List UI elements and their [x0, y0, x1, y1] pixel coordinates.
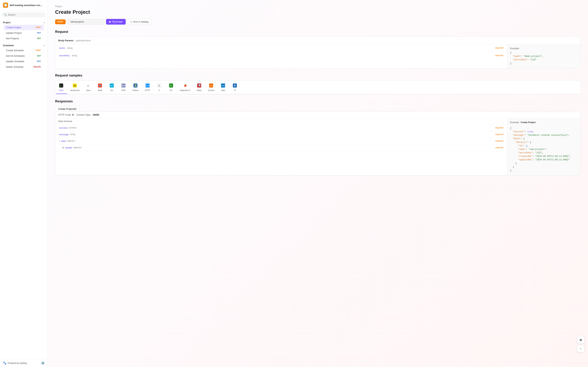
endpoint-bar: POST /dev/projects ▶ Try it out ▷ Run in…	[55, 19, 581, 25]
lang-tab-ruby[interactable]: 💎 Ruby	[193, 82, 205, 94]
svg-text:PHP: PHP	[122, 85, 125, 87]
lang-tab-go[interactable]: GO Go	[106, 82, 118, 94]
http-code-label: HTTP Code:	[58, 113, 71, 116]
chevron-down-icon: ▾	[44, 22, 45, 24]
lang-tab-shell[interactable]: $_ Shell	[55, 82, 67, 94]
lang-tab-c-label: C	[159, 89, 160, 91]
details-expand-icon[interactable]: ▶	[63, 146, 64, 149]
sidebar-item-get-projects[interactable]: Get Projects GET	[4, 36, 44, 41]
param-secretkey-required: required	[495, 54, 503, 57]
lang-tab-python[interactable]: 🐍 Python	[129, 82, 141, 94]
lang-tab-ocaml[interactable]: OCaml OCaml	[205, 82, 217, 94]
grid-icon-button[interactable]: ⊞	[577, 336, 584, 343]
schema-data-required: required	[495, 140, 503, 142]
lang-tab-http[interactable]: HTTP HTTP	[142, 82, 153, 94]
lang-tab-csharp[interactable]: C# C#	[165, 82, 177, 94]
response-meta: HTTP Code: 0 Content Type : JSON	[55, 112, 580, 118]
sidebar-section-schedules-label: Schedules	[3, 44, 14, 47]
lang-tab-swift-label: Swift	[98, 89, 102, 91]
lang-tab-javascript-label: JavaScript	[70, 89, 79, 91]
breadcrumb: Project	[55, 5, 581, 8]
schema-field-message: message	[59, 133, 69, 136]
svg-text:GO: GO	[110, 85, 113, 87]
run-in-apidog-button[interactable]: ▷ Run in Apidog	[128, 19, 152, 25]
lang-tab-c[interactable]: C C	[153, 82, 165, 94]
param-name-field: name	[59, 47, 65, 49]
settings-icon[interactable]: ⚙️	[41, 361, 45, 365]
example-create-sub-label: Create Project	[520, 121, 536, 125]
create-project-response-tab[interactable]: Create Project(0)	[55, 106, 79, 112]
param-name-required: required	[495, 47, 503, 49]
param-row-name: name string required	[55, 44, 507, 52]
lang-tab-r[interactable]: R R	[229, 82, 241, 94]
java-icon: ☕	[86, 83, 90, 88]
footer-brand-icon: 🐾	[3, 361, 7, 365]
params-col: name string required secretKey string re…	[55, 44, 507, 68]
responses-area: Create Project(0) HTTP Code: 0 Content T…	[55, 106, 581, 175]
float-buttons: ⊞ ↑	[577, 336, 584, 352]
sidebar-section-schedules-header[interactable]: Schedules ▾	[3, 43, 45, 48]
method-badge: POST	[55, 19, 66, 24]
schema-field-success: success	[59, 126, 68, 129]
schema-field-details-count: (5)	[79, 146, 82, 149]
search-box[interactable]: 🔍	[2, 12, 45, 17]
c-icon: C	[157, 83, 161, 88]
shell-icon: $_	[59, 83, 63, 88]
schema-row-message: message string required	[55, 131, 507, 138]
ocaml-icon: OCaml	[209, 83, 213, 88]
lang-tab-javascript[interactable]: JS JavaScript	[67, 82, 82, 94]
sidebar-item-update-schedule[interactable]: Update Schedule PUT	[4, 59, 44, 64]
lang-tab-objectivec-label: Objective-C	[180, 89, 190, 91]
lang-tab-objectivec[interactable]: 🍎 Objective-C	[177, 82, 193, 94]
lang-tab-swift[interactable]: 🐦 Swift	[94, 82, 106, 94]
svg-text:💎: 💎	[198, 84, 201, 87]
svg-text:$_: $_	[60, 85, 62, 87]
example-create-label: Example	[510, 121, 519, 124]
body-params-tab[interactable]: Body Params	[58, 39, 73, 42]
http-icon: HTTP	[146, 83, 150, 88]
svg-text:🐍: 🐍	[134, 84, 137, 87]
schema-field-success-type: boolean	[69, 126, 77, 129]
http-code-value: 0	[72, 113, 73, 116]
sidebar-item-create-schedule[interactable]: Create Schedule POST	[4, 48, 44, 53]
data-expand-icon[interactable]: ▾	[59, 140, 60, 142]
sidebar-item-delete-schedule-badge: DELETE	[33, 66, 42, 68]
sidebar-item-get-all-schedules[interactable]: Get All Schedules GET	[4, 53, 44, 58]
content-type-value: JSON	[93, 113, 99, 116]
lang-tab-java[interactable]: ☕ Java	[82, 82, 94, 94]
sidebar-item-update-project[interactable]: Update Project PUT	[4, 30, 44, 36]
lang-tab-dart[interactable]: Dart Dart	[217, 82, 229, 94]
sidebar-item-create-schedule-badge: POST	[35, 49, 42, 51]
request-samples-title: Request samples	[55, 74, 581, 77]
response-panel: HTTP Code: 0 Content Type : JSON Data Sc…	[55, 111, 581, 175]
params-example-grid: name string required secretKey string re…	[55, 44, 580, 68]
try-it-out-button[interactable]: ▶ Try it out	[106, 19, 126, 25]
lang-tab-csharp-label: C#	[170, 89, 172, 91]
sidebar: 🕐 Self hosting serverless cron... 🔍 Proj…	[0, 0, 48, 367]
content-type-label: application/json	[76, 39, 91, 42]
scroll-top-button[interactable]: ↑	[577, 345, 584, 352]
sidebar-item-update-project-label: Update Project	[6, 32, 22, 34]
lang-tab-php[interactable]: PHP PHP	[118, 82, 129, 94]
footer-brand-label: Powered by Apidog	[8, 362, 27, 364]
responses-section-title: Responses	[55, 100, 581, 103]
sidebar-item-get-projects-badge: GET	[36, 37, 42, 40]
sidebar-item-delete-schedule[interactable]: Delete Schedule DELETE	[4, 64, 44, 70]
schema-field-details: details	[65, 146, 72, 149]
sidebar-header: 🕐 Self hosting serverless cron...	[0, 0, 48, 10]
csharp-icon: C#	[169, 83, 173, 88]
request-samples-panel: $_ Shell JS JavaScript ☕ Java 🐦	[55, 80, 581, 94]
data-schema-label: Data Schema	[58, 120, 72, 123]
request-panel: Body Params application/json name string…	[55, 37, 581, 68]
play-icon: ▶	[109, 20, 111, 23]
svg-text:🍎: 🍎	[184, 84, 187, 87]
param-row-secretkey: secretKey string required	[55, 52, 507, 59]
search-input[interactable]	[8, 13, 43, 16]
javascript-icon: JS	[73, 83, 77, 88]
sidebar-item-create-project[interactable]: Create Project POST	[4, 25, 44, 30]
page-title: Create Project	[55, 9, 581, 15]
example-code-block: { "name": "demo-project", "secretKey": "…	[510, 51, 578, 65]
sidebar-item-create-schedule-label: Create Schedule	[6, 49, 24, 52]
r-icon: R	[233, 83, 237, 88]
sidebar-section-project-header[interactable]: Project ▾	[3, 21, 45, 25]
